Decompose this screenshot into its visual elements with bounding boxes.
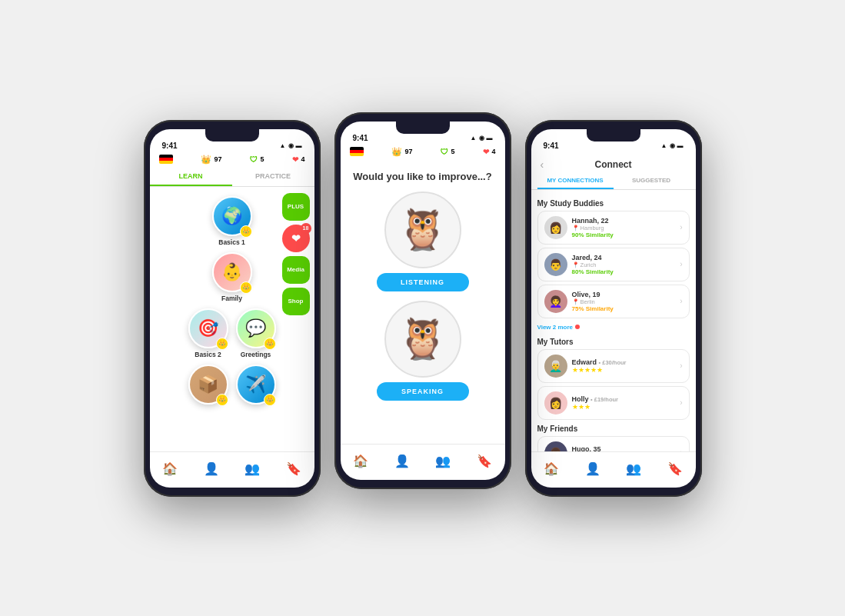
signal-icon: ▲ — [280, 142, 286, 149]
nav-home-2[interactable]: 🏠 — [350, 451, 371, 472]
back-button[interactable]: ‹ — [541, 158, 544, 171]
nav-friends-3[interactable]: 👥 — [623, 458, 644, 480]
avatar-jared: 👨 — [544, 253, 567, 276]
side-buttons: PLUS ❤ 18 Media Shop — [282, 193, 310, 315]
screen-connect: 9:41 ▲ ◉ ▬ ‹ Connect MY CONNECTIONS SUGG… — [531, 129, 696, 488]
stats-bar-2: 👑 97 🛡 5 ❤ 4 — [341, 145, 505, 160]
lesson-package[interactable]: 📦 👑 — [188, 365, 228, 407]
chevron-jared: › — [680, 260, 682, 268]
info-olive: Olive, 19 📍 Berlin 75% Similarity — [572, 291, 680, 312]
name-edward: Edward • £30/hour — [572, 358, 680, 366]
person-card-jared[interactable]: 👨 Jared, 24 📍 Zurich 80% Similarity › — [537, 248, 690, 281]
friend-card-hugo[interactable]: 👨 Hugo, 35 178 XP › — [537, 436, 690, 451]
lesson-travel[interactable]: ✈️ 👑 — [236, 365, 276, 407]
lesson-basics1[interactable]: 🌍 👑 Basics 1 — [212, 196, 252, 246]
lesson-row-basics2-greetings: 🎯 👑 Basics 2 💬 👑 Greetings — [158, 308, 307, 358]
person-card-hannah[interactable]: 👩 Hannah, 22 📍 Hamburg 90% Similarity › — [537, 211, 690, 245]
lesson-greetings[interactable]: 💬 👑 Greetings — [236, 308, 276, 358]
practice-content: Would you like to improve...? 🦉 LISTENIN… — [341, 160, 505, 444]
lesson-family[interactable]: 👶 👑 Family — [212, 252, 252, 302]
gems-stat-2: 👑 97 — [391, 147, 412, 157]
nav-bookmark-3[interactable]: 🔖 — [664, 458, 686, 480]
phones-container: 9:41 ▲ ◉ ▬ 👑 97 🛡 5 ❤ — [144, 120, 702, 497]
nav-bookmark-2[interactable]: 🔖 — [474, 451, 495, 472]
learn-content: PLUS ❤ 18 Media Shop — [150, 187, 314, 451]
tab-practice-1[interactable]: PRACTICE — [232, 168, 314, 186]
crown-icon-1: 👑 — [201, 155, 211, 165]
similarity-jared: 80% Similarity — [572, 268, 680, 275]
info-jared: Jared, 24 📍 Zurich 80% Similarity — [572, 254, 680, 275]
nav-profile-1[interactable]: 👤 — [201, 458, 222, 480]
nav-friends-1[interactable]: 👥 — [241, 458, 263, 480]
streak-stat-2: ❤ 4 — [483, 148, 495, 156]
tutor-card-edward[interactable]: 👨‍🦳 Edward • £30/hour ★★★★★ › — [537, 349, 690, 383]
practice-title: Would you like to improve...? — [353, 171, 491, 182]
person-card-olive[interactable]: 👩‍🦱 Olive, 19 📍 Berlin 75% Similarity › — [537, 285, 690, 318]
listening-option: 🦉 LISTENING — [369, 191, 477, 291]
flag-de-1[interactable] — [159, 155, 173, 164]
stars-edward: ★★★★★ — [572, 366, 680, 374]
info-holly: Holly • £19/hour ★★★ — [572, 395, 680, 411]
pin-icon-hannah: 📍 — [572, 225, 579, 231]
bubble-basics1: 🌍 👑 — [212, 196, 252, 236]
nav-home-1[interactable]: 🏠 — [159, 458, 181, 480]
listening-button[interactable]: LISTENING — [377, 273, 469, 291]
name-jared: Jared, 24 — [572, 254, 680, 261]
chevron-olive: › — [680, 297, 682, 305]
pin-icon-olive: 📍 — [572, 298, 579, 305]
stars-holly: ★★★ — [572, 403, 680, 411]
crown-icon-2: 👑 — [391, 147, 402, 157]
avatar-olive: 👩‍🦱 — [544, 290, 567, 313]
chevron-hugo: › — [680, 448, 682, 451]
time-1: 9:41 — [162, 142, 178, 150]
shop-label: Shop — [288, 298, 304, 305]
phone-connect: 9:41 ▲ ◉ ▬ ‹ Connect MY CONNECTIONS SUGG… — [525, 120, 702, 497]
name-hannah: Hannah, 22 — [572, 217, 680, 225]
tab-learn[interactable]: LEARN — [150, 168, 232, 186]
shop-button[interactable]: Shop — [282, 288, 310, 315]
bubble-travel: ✈️ 👑 — [236, 365, 276, 405]
avatar-hannah: 👩 — [544, 216, 567, 239]
connect-scroll[interactable]: My Study Buddies 👩 Hannah, 22 📍 Hamburg … — [531, 190, 696, 451]
crown-basics1: 👑 — [240, 225, 252, 238]
label-basics1: Basics 1 — [218, 238, 245, 246]
name-hugo: Hugo, 35 — [572, 445, 680, 451]
notch-2 — [396, 122, 450, 134]
signal-icon-2: ▲ — [471, 135, 477, 142]
tab-suggested[interactable]: SUGGESTED — [614, 173, 690, 189]
media-label: Media — [287, 266, 304, 273]
chevron-holly: › — [680, 398, 682, 407]
media-button[interactable]: Media — [282, 256, 310, 284]
battery-icon-3: ▬ — [677, 142, 684, 149]
lesson-basics2[interactable]: 🎯 👑 Basics 2 — [188, 308, 228, 358]
section-title-buddies: My Study Buddies — [537, 199, 690, 208]
signal-icon-3: ▲ — [661, 142, 667, 149]
nav-bookmark-1[interactable]: 🔖 — [283, 458, 304, 480]
icon-basics2: 🎯 — [198, 318, 218, 338]
tab-my-connections[interactable]: MY CONNECTIONS — [537, 173, 614, 189]
speaking-owl-icon: 🦉 — [398, 315, 447, 362]
plus-button[interactable]: PLUS — [282, 193, 310, 221]
flag-de-2[interactable] — [350, 147, 364, 156]
section-title-tutors: My Tutors — [537, 338, 690, 346]
nav-friends-2[interactable]: 👥 — [432, 451, 454, 472]
heart-button[interactable]: ❤ 18 — [282, 225, 310, 252]
nav-profile-2[interactable]: 👤 — [391, 451, 413, 472]
view-more-buddies[interactable]: View 2 more — [537, 321, 690, 333]
similarity-olive: 75% Similarity — [572, 305, 680, 312]
hearts-stat-1: 🛡 5 — [250, 155, 264, 164]
speaking-button[interactable]: SPEAKING — [377, 382, 469, 401]
nav-home-3[interactable]: 🏠 — [541, 458, 562, 480]
tutor-card-holly[interactable]: 👩 Holly • £19/hour ★★★ › — [537, 386, 690, 420]
label-greetings: Greetings — [241, 351, 271, 358]
gems-value-1: 97 — [214, 155, 221, 163]
heart-icon-1: ❤ — [292, 155, 298, 164]
icon-greetings: 💬 — [245, 318, 266, 338]
tab-bar-1: LEARN PRACTICE — [150, 168, 314, 187]
nav-profile-3[interactable]: 👤 — [582, 458, 604, 480]
heart-icon-2: ❤ — [483, 148, 489, 156]
status-icons-1: ▲ ◉ ▬ — [280, 142, 302, 149]
bottom-nav-2: 🏠 👤 👥 🔖 — [341, 444, 505, 480]
lesson-row-4: 📦 👑 ✈️ 👑 — [158, 365, 307, 407]
wifi-icon-3: ◉ — [670, 142, 675, 149]
